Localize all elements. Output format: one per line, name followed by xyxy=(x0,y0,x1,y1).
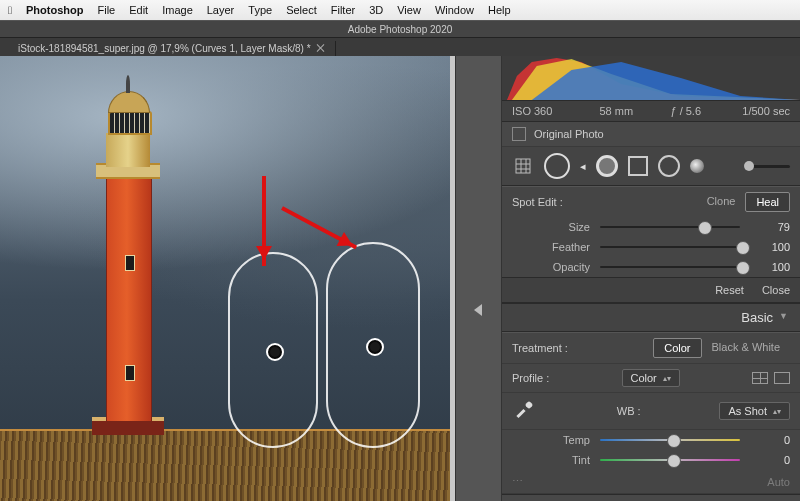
feather-label: Feather xyxy=(526,241,590,253)
radial-tool-icon[interactable] xyxy=(690,159,704,173)
annotation-arrow xyxy=(262,176,266,266)
panel-gutter xyxy=(455,56,502,501)
svg-rect-0 xyxy=(516,159,530,173)
treatment-label: Treatment : xyxy=(512,342,568,354)
wb-value: As Shot xyxy=(728,405,767,417)
size-handle-icon[interactable]: ◂ xyxy=(580,160,586,173)
wb-label: WB : xyxy=(617,405,641,417)
document-tab-label: iStock-181894581_super.jpg @ 17,9% (Curv… xyxy=(18,43,311,54)
treatment-toggle[interactable]: Color Black & White xyxy=(653,338,790,358)
adjustment-tool-strip: ◂ xyxy=(502,147,800,186)
menu-select[interactable]: Select xyxy=(286,4,317,16)
reset-button[interactable]: Reset xyxy=(715,284,744,296)
treatment-bw[interactable]: Black & White xyxy=(702,338,790,358)
histogram[interactable] xyxy=(502,56,800,101)
spot-pin-icon xyxy=(266,343,284,361)
spot-mode-heal[interactable]: Heal xyxy=(745,192,790,212)
menu-window[interactable]: Window xyxy=(435,4,474,16)
temp-label: Temp xyxy=(526,434,590,446)
feather-value[interactable]: 100 xyxy=(750,241,790,253)
temp-value[interactable]: 0 xyxy=(750,434,790,446)
profile-grid-icons[interactable] xyxy=(752,372,790,384)
close-button[interactable]: Close xyxy=(762,284,790,296)
tint-label: Tint xyxy=(526,454,590,466)
treatment-color[interactable]: Color xyxy=(653,338,701,358)
mini-slider[interactable] xyxy=(744,165,790,168)
grid1-icon[interactable] xyxy=(774,372,790,384)
spot-heal-source[interactable] xyxy=(228,252,318,448)
menu-view[interactable]: View xyxy=(397,4,421,16)
menu-file[interactable]: File xyxy=(97,4,115,16)
wb-dropdown[interactable]: As Shot▴▾ xyxy=(719,402,790,420)
oval-tool-icon[interactable] xyxy=(658,155,680,177)
exif-shutter: 1/500 sec xyxy=(721,105,791,117)
menu-3d[interactable]: 3D xyxy=(369,4,383,16)
close-tab-icon[interactable] xyxy=(317,44,325,52)
menu-image[interactable]: Image xyxy=(162,4,193,16)
exif-iso: ISO 360 xyxy=(512,105,582,117)
grid4-icon[interactable] xyxy=(752,372,768,384)
brush-hardness-icon[interactable] xyxy=(596,155,618,177)
basic-section: Treatment : Color Black & White Profile … xyxy=(502,332,800,495)
temp-slider[interactable] xyxy=(600,433,740,447)
size-value[interactable]: 79 xyxy=(750,221,790,233)
chevron-down-icon: ▼ xyxy=(779,311,788,326)
tint-value[interactable]: 0 xyxy=(750,454,790,466)
apple-icon[interactable]:  xyxy=(8,4,12,16)
profile-dropdown[interactable]: Color▴▾ xyxy=(622,369,680,387)
document-canvas[interactable] xyxy=(0,56,455,501)
spot-size-icon[interactable] xyxy=(544,153,570,179)
size-label: Size xyxy=(526,221,590,233)
menu-edit[interactable]: Edit xyxy=(129,4,148,16)
tint-slider[interactable] xyxy=(600,453,740,467)
size-slider[interactable] xyxy=(600,220,740,234)
develop-panel: ISO 360 58 mm ƒ / 5.6 1/500 sec Original… xyxy=(502,56,800,501)
spot-mode-toggle[interactable]: Clone Heal xyxy=(697,192,790,212)
basic-panel-header[interactable]: Basic ▼ xyxy=(502,304,800,332)
rect-tool-icon[interactable] xyxy=(628,156,648,176)
opacity-slider[interactable] xyxy=(600,260,740,274)
exif-focal: 58 mm xyxy=(582,105,652,117)
document-tab[interactable]: iStock-181894581_super.jpg @ 17,9% (Curv… xyxy=(8,41,336,56)
chevron-updown-icon: ▴▾ xyxy=(663,374,671,383)
exif-aperture: ƒ / 5.6 xyxy=(651,105,721,117)
opacity-value[interactable]: 100 xyxy=(750,261,790,273)
basic-title: Basic xyxy=(741,310,773,325)
opacity-label: Opacity xyxy=(526,261,590,273)
menu-type[interactable]: Type xyxy=(248,4,272,16)
spot-heal-dest[interactable] xyxy=(326,242,420,448)
spot-mode-clone[interactable]: Clone xyxy=(697,192,746,212)
spot-edit-title: Spot Edit : xyxy=(512,196,563,208)
lighthouse xyxy=(82,109,174,435)
crop-icon[interactable] xyxy=(512,155,534,177)
panel-collapse-icon[interactable] xyxy=(474,304,482,316)
original-photo-toggle[interactable]: Original Photo xyxy=(502,122,800,147)
app-name[interactable]: Photoshop xyxy=(26,4,83,16)
menu-layer[interactable]: Layer xyxy=(207,4,235,16)
menu-filter[interactable]: Filter xyxy=(331,4,355,16)
menubar:  Photoshop File Edit Image Layer Type S… xyxy=(0,0,800,20)
feather-slider[interactable] xyxy=(600,240,740,254)
checkbox-icon[interactable] xyxy=(512,127,526,141)
chevron-updown-icon: ▴▾ xyxy=(773,407,781,416)
profile-value: Color xyxy=(631,372,657,384)
window-title: Adobe Photoshop 2020 xyxy=(0,20,800,38)
exif-row: ISO 360 58 mm ƒ / 5.6 1/500 sec xyxy=(502,101,800,122)
auto-button[interactable]: Auto xyxy=(767,476,790,488)
menu-help[interactable]: Help xyxy=(488,4,511,16)
profile-label: Profile : xyxy=(512,372,549,384)
photo xyxy=(0,56,450,501)
eyedropper-icon[interactable] xyxy=(512,398,538,424)
original-photo-label: Original Photo xyxy=(534,128,604,140)
spot-pin-icon xyxy=(366,338,384,356)
spot-edit-section: Spot Edit : Clone Heal Size 79 Feather 1… xyxy=(502,186,800,304)
